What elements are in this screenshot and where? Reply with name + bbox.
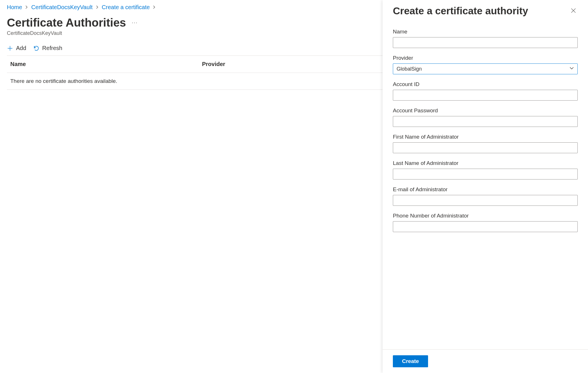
provider-label: Provider: [393, 55, 578, 61]
close-icon: [570, 10, 577, 15]
panel-footer: Create: [383, 349, 588, 373]
panel-body: Name Provider GlobalSign Account ID Acco…: [383, 22, 588, 349]
chevron-right-icon: [153, 5, 156, 10]
chevron-right-icon: [25, 5, 28, 10]
accountid-input[interactable]: [393, 90, 578, 101]
breadcrumb-create-cert[interactable]: Create a certificate: [102, 4, 150, 11]
add-button[interactable]: Add: [7, 45, 26, 51]
column-header-name[interactable]: Name: [10, 61, 202, 67]
refresh-button[interactable]: Refresh: [33, 45, 62, 51]
provider-value: GlobalSign: [397, 66, 422, 72]
panel-header: Create a certificate authority: [383, 0, 588, 22]
create-ca-panel: Create a certificate authority Name Prov…: [383, 0, 588, 373]
add-label: Add: [16, 45, 26, 51]
plus-icon: [7, 45, 13, 51]
form-group-lastname: Last Name of Administrator: [393, 160, 578, 179]
form-group-name: Name: [393, 29, 578, 48]
name-input[interactable]: [393, 37, 578, 48]
column-header-provider[interactable]: Provider: [202, 61, 225, 67]
lastname-input[interactable]: [393, 169, 578, 179]
firstname-input[interactable]: [393, 142, 578, 153]
accountid-label: Account ID: [393, 81, 578, 87]
form-group-phone: Phone Number of Administrator: [393, 213, 578, 232]
provider-select[interactable]: GlobalSign: [393, 63, 578, 74]
chevron-right-icon: [96, 5, 99, 10]
phone-input[interactable]: [393, 221, 578, 232]
more-icon[interactable]: ···: [132, 20, 138, 26]
password-input[interactable]: [393, 116, 578, 127]
phone-label: Phone Number of Administrator: [393, 213, 578, 219]
password-label: Account Password: [393, 107, 578, 114]
breadcrumb-home[interactable]: Home: [7, 4, 22, 11]
form-group-provider: Provider GlobalSign: [393, 55, 578, 74]
email-input[interactable]: [393, 195, 578, 206]
refresh-label: Refresh: [42, 45, 62, 51]
email-label: E-mail of Administrator: [393, 186, 578, 193]
page-title: Certificate Authorities: [7, 16, 126, 29]
create-button[interactable]: Create: [393, 355, 428, 367]
close-button[interactable]: [569, 6, 578, 16]
refresh-icon: [33, 45, 39, 51]
panel-title: Create a certificate authority: [393, 5, 528, 17]
lastname-label: Last Name of Administrator: [393, 160, 578, 166]
breadcrumb-keyvault[interactable]: CertificateDocsKeyVault: [31, 4, 92, 11]
name-label: Name: [393, 29, 578, 35]
chevron-down-icon: [569, 66, 574, 72]
form-group-password: Account Password: [393, 107, 578, 127]
form-group-email: E-mail of Administrator: [393, 186, 578, 206]
form-group-firstname: First Name of Administrator: [393, 134, 578, 153]
firstname-label: First Name of Administrator: [393, 134, 578, 140]
form-group-accountid: Account ID: [393, 81, 578, 101]
